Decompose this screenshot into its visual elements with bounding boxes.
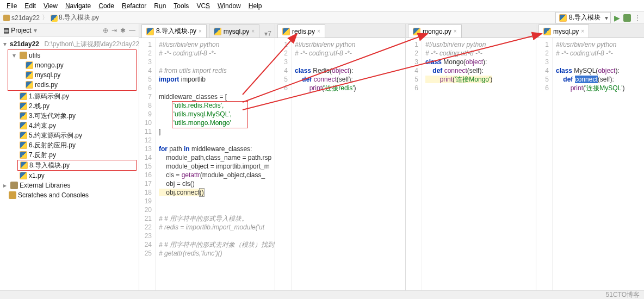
python-file-icon	[543, 28, 551, 35]
tab-main-file[interactable]: 8.导入模块.py×	[141, 24, 207, 38]
menu-file[interactable]: File	[3, 1, 20, 11]
python-file-icon	[20, 92, 27, 100]
tree-file[interactable]: 8.导入模块.py	[18, 160, 136, 170]
run-config-selector[interactable]: 8.导入模块	[555, 12, 611, 23]
close-icon[interactable]: ×	[581, 28, 584, 34]
tree-file[interactable]: 6.反射的应用.py	[0, 140, 139, 150]
expand-icon[interactable]: ▸	[3, 182, 9, 189]
tree-file[interactable]: 3.可迭代对象.py	[0, 111, 139, 121]
tree-file[interactable]: 4.约束.py	[0, 121, 139, 130]
expand-icon[interactable]: ▾	[3, 40, 7, 48]
close-icon[interactable]: ×	[251, 28, 255, 34]
code-editor-redis[interactable]: 123456 #!/usr/bin/env python # -*- codin…	[275, 38, 405, 290]
python-file-icon	[26, 61, 33, 69]
project-tree[interactable]: ▾s21day22 D:\python\上课视频\day22\day22 ▾ut…	[0, 37, 139, 290]
tab-overflow-counter[interactable]: ▾7	[264, 30, 271, 38]
main-area: ▤ Project ▾ ⊕ ⇥ ✱ — ▾s21day22 D:\python\…	[0, 24, 644, 290]
menu-code[interactable]: Code	[95, 1, 117, 11]
code-editor-mysql[interactable]: 123456 #!/usr/bin/env python # -*- codin…	[536, 38, 644, 290]
python-file-icon	[20, 161, 28, 169]
python-file-icon	[20, 132, 27, 139]
close-icon[interactable]: ×	[454, 28, 457, 34]
editor-pane-4: mysql.py× 123456 #!/usr/bin/env python #…	[536, 24, 644, 290]
gear-icon[interactable]: ✱	[120, 27, 126, 34]
highlighted-utils-group: ▾utils mongo.py mysql.py redis.py	[8, 49, 137, 91]
python-file-icon	[282, 28, 290, 35]
tab-redis[interactable]: redis.py×	[277, 24, 325, 38]
breadcrumb: s21day22 〉 8.导入模块.py	[3, 13, 99, 22]
dropdown-icon[interactable]: ▾	[34, 27, 37, 34]
target-icon[interactable]: ⊕	[103, 27, 108, 34]
tree-folder-utils[interactable]: ▾utils	[8, 51, 136, 60]
editor-tabs: mysql.py×	[536, 24, 644, 38]
line-gutter: 1234567891011121314151617181920212223242…	[139, 38, 156, 290]
editor-tabs: redis.py×	[275, 24, 405, 38]
expand-icon[interactable]: ▾	[13, 52, 18, 59]
code-lines[interactable]: #!/usr/bin/env python # -*- coding:utf-8…	[292, 38, 405, 290]
editor-splitter: 8.导入模块.py× mysql.py× ▾7 1234567891011121…	[139, 24, 644, 290]
tab-mongo[interactable]: mongo.py×	[408, 24, 462, 38]
navbar: s21day22 〉 8.导入模块.py 8.导入模块 ▶ ⋮	[0, 12, 644, 24]
editor-pane-2: redis.py× 123456 #!/usr/bin/env python #…	[275, 24, 406, 290]
tab-mysql[interactable]: mysql.py×	[209, 24, 259, 38]
status-bar: 51CTO博客	[0, 290, 644, 299]
code-editor-main[interactable]: 1234567891011121314151617181920212223242…	[139, 38, 275, 290]
library-icon	[10, 182, 18, 189]
toolbar-right: 8.导入模块 ▶ ⋮	[555, 12, 641, 23]
line-gutter: 123456	[406, 38, 422, 290]
menu-refactor[interactable]: Refactor	[119, 1, 150, 11]
sidebar-header: ▤ Project ▾ ⊕ ⇥ ✱ —	[0, 24, 139, 37]
breadcrumb-root[interactable]: s21day22	[3, 14, 40, 22]
tree-external-libs[interactable]: ▸External Libraries	[0, 180, 139, 190]
folder-icon	[20, 52, 27, 59]
tree-scratches[interactable]: Scratches and Consoles	[0, 190, 139, 200]
close-icon[interactable]: ×	[199, 28, 202, 34]
python-file-icon	[559, 14, 567, 22]
python-file-icon	[20, 172, 27, 179]
tree-file[interactable]: 7.反射.py	[0, 150, 139, 160]
watermark: 51CTO博客	[606, 290, 640, 299]
line-gutter: 123456	[275, 38, 292, 290]
tree-project-root[interactable]: ▾s21day22 D:\python\上课视频\day22\day22	[0, 39, 139, 49]
editor-pane-3: mongo.py× 123456 #!/usr/bin/env python #…	[406, 24, 536, 290]
menu-help[interactable]: Help	[245, 1, 265, 11]
menubar: File Edit View Navigate Code Refactor Ru…	[0, 0, 644, 12]
tree-file[interactable]: redis.py	[8, 80, 136, 90]
project-sidebar: ▤ Project ▾ ⊕ ⇥ ✱ — ▾s21day22 D:\python\…	[0, 24, 139, 290]
python-file-icon	[20, 141, 27, 149]
python-file-icon	[20, 122, 27, 129]
menu-tools[interactable]: Tools	[170, 1, 192, 11]
code-lines[interactable]: #!/usr/bin/env python # -*- coding:utf-8…	[422, 38, 536, 290]
collapse-icon[interactable]: ⇥	[112, 27, 117, 34]
python-file-icon	[20, 112, 27, 120]
tree-file[interactable]: 1.源码示例.py	[0, 91, 139, 101]
tab-mysql[interactable]: mysql.py×	[538, 24, 589, 38]
menu-navigate[interactable]: Navigate	[62, 1, 94, 11]
menu-window[interactable]: Window	[214, 1, 244, 11]
hide-icon[interactable]: —	[129, 27, 135, 34]
code-lines[interactable]: #!/usr/bin/env python # -*- coding:utf-8…	[553, 38, 644, 290]
menu-vcs[interactable]: VCS	[193, 1, 213, 11]
tree-file[interactable]: mysql.py	[8, 70, 136, 80]
more-actions-icon[interactable]: ⋮	[634, 14, 641, 22]
menu-run[interactable]: Run	[151, 1, 169, 11]
code-lines[interactable]: #!/usr/bin/env python # -*- coding:utf-8…	[156, 38, 275, 290]
menu-edit[interactable]: Edit	[21, 1, 39, 11]
python-file-icon	[214, 28, 221, 35]
debug-button[interactable]	[623, 14, 631, 22]
python-file-icon	[26, 81, 33, 89]
python-file-icon	[20, 151, 27, 159]
close-icon[interactable]: ×	[317, 28, 320, 34]
code-editor-mongo[interactable]: 123456 #!/usr/bin/env python # -*- codin…	[406, 38, 536, 290]
run-button[interactable]: ▶	[614, 14, 620, 22]
menu-view[interactable]: View	[40, 1, 61, 11]
editor-pane-1: 8.导入模块.py× mysql.py× ▾7 1234567891011121…	[139, 24, 275, 290]
tree-file[interactable]: 5.约束源码示例.py	[0, 130, 139, 140]
project-tool-button[interactable]: ▤ Project	[3, 27, 32, 34]
editor-tabs: 8.导入模块.py× mysql.py× ▾7	[139, 24, 275, 38]
tree-file[interactable]: mongo.py	[8, 60, 136, 70]
python-file-icon	[51, 15, 57, 21]
tree-file[interactable]: x1.py	[0, 171, 139, 180]
breadcrumb-file[interactable]: 8.导入模块.py	[51, 13, 99, 22]
tree-file[interactable]: 2.栈.py	[0, 101, 139, 111]
